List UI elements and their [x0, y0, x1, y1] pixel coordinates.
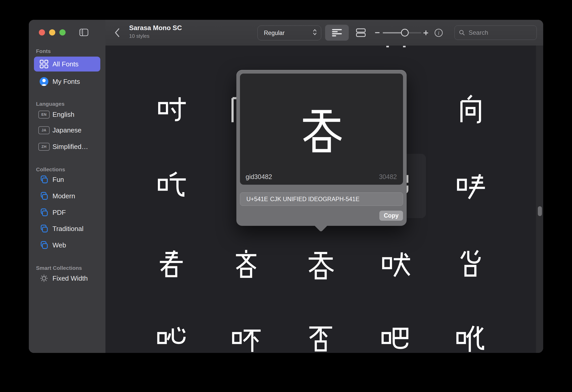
svg-text:i: i	[438, 30, 440, 36]
grid-icon	[39, 60, 49, 68]
sidebar-item-modern[interactable]: Modern	[34, 189, 100, 203]
sidebar-section-header: Fonts	[36, 48, 100, 54]
sidebar-item-label: My Fonts	[52, 78, 80, 86]
sidebar-item-web[interactable]: Web	[34, 238, 100, 253]
style-selector-value: Regular	[264, 30, 313, 37]
sidebar-item-label: Simplified…	[52, 143, 88, 151]
minimize-button[interactable]	[49, 29, 55, 35]
sidebar-item-label: Fixed Width	[52, 274, 88, 282]
language-badge: JA	[39, 126, 49, 134]
scrollbar-thumb[interactable]	[538, 206, 542, 216]
unicode-row: U+541E CJK UNIFIED IDEOGRAPH-541E	[240, 192, 403, 206]
glyph-542a	[455, 324, 486, 353]
glyph-preview-panel: gid30482 30482	[240, 74, 403, 185]
glyph-cell[interactable]	[290, 307, 351, 353]
sidebar-item-label: Japanese	[52, 126, 82, 134]
glyph-cell[interactable]	[440, 154, 501, 218]
glyph-preview	[298, 105, 345, 153]
glyph-5423	[156, 324, 187, 353]
sidebar-item-english[interactable]: ENEnglish	[34, 107, 100, 122]
size-decrease-button[interactable]	[375, 32, 380, 33]
glyph-fragment	[403, 46, 406, 47]
sidebar-item-label: English	[52, 111, 74, 119]
glyph-cell[interactable]	[365, 307, 426, 353]
sidebar-section-header: Collections	[36, 166, 100, 173]
glyph-cell[interactable]	[440, 77, 501, 142]
font-book-window: FontsAll FontsMy FontsLanguagesENEnglish…	[29, 20, 543, 353]
sidebar-section-header: Languages	[36, 101, 100, 107]
sidebar-item-pdf[interactable]: PDF	[34, 205, 100, 220]
sidebar-item-all-fonts[interactable]: All Fonts	[34, 57, 100, 72]
popover-tail	[313, 216, 329, 232]
collection-icon	[39, 192, 49, 200]
glyph-cell[interactable]	[141, 307, 202, 353]
sidebar-item-label: Web	[52, 241, 66, 249]
glyph-5425	[231, 324, 262, 353]
glyph-5422	[455, 249, 486, 280]
glyph-cell[interactable]	[365, 232, 426, 297]
language-badge: EN	[39, 111, 49, 119]
glyph-cell[interactable]	[141, 232, 202, 297]
glyph-gid-label: gid30482	[246, 173, 272, 181]
search-placeholder: Search	[469, 29, 488, 36]
glyph-5427	[380, 324, 411, 353]
codepoint-label: U+541E	[246, 196, 270, 203]
toolbar: Sarasa Mono SC 10 styles Regular i Searc…	[105, 20, 543, 46]
sidebar-item-label: Fun	[52, 176, 64, 184]
glyph-5420	[380, 249, 411, 280]
sidebar-item-label: Modern	[52, 192, 75, 200]
glyph-5426	[305, 324, 336, 353]
glyph-540b	[156, 94, 187, 125]
sidebar-item-label: All Fonts	[52, 60, 78, 68]
glyph-541a	[455, 171, 486, 201]
sidebar-item-fixed-width[interactable]: Fixed Width	[34, 271, 100, 286]
glyph-5411	[455, 94, 486, 125]
glyph-cell[interactable]	[216, 307, 276, 353]
collection-icon	[39, 208, 49, 217]
sidebar-item-simplified[interactable]: ZHSimplified…	[34, 139, 100, 154]
person-icon	[39, 77, 49, 86]
collection-icon	[39, 224, 49, 233]
glyph-541e	[305, 249, 336, 280]
close-button[interactable]	[39, 29, 45, 35]
view-list-button[interactable]	[325, 25, 349, 41]
sidebar-item-label: PDF	[52, 209, 66, 217]
sidebar-item-japanese[interactable]: JAJapanese	[34, 123, 100, 138]
glyph-cell[interactable]	[290, 232, 351, 297]
glyph-cell[interactable]	[440, 307, 501, 353]
sidebar-item-my-fonts[interactable]: My Fonts	[34, 74, 100, 89]
copy-button[interactable]: Copy	[379, 211, 403, 221]
sidebar-item-fun[interactable]: Fun	[34, 172, 100, 187]
size-increase-button[interactable]	[423, 30, 428, 35]
back-button[interactable]	[114, 28, 120, 39]
view-rows-button[interactable]	[350, 25, 372, 41]
style-selector[interactable]: Regular	[257, 25, 321, 40]
style-count: 10 styles	[129, 33, 149, 39]
size-slider-knob[interactable]	[401, 29, 409, 37]
stacked-rows-icon	[356, 28, 366, 37]
sidebar-section-header: Smart Collections	[36, 265, 100, 271]
sidebar-item-traditional[interactable]: Traditional	[34, 221, 100, 236]
glyph-gid-value: 30482	[379, 173, 397, 181]
gear-icon	[39, 274, 49, 283]
search-icon	[459, 30, 465, 36]
sidebar-item-label: Traditional	[52, 225, 83, 233]
glyph-repertoire: gid30482 30482 U+541E CJK UNIFIED IDEOGR…	[105, 46, 543, 353]
glyph-cell[interactable]	[141, 77, 202, 142]
zoom-button[interactable]	[59, 29, 66, 35]
sidebar: FontsAll FontsMy FontsLanguagesENEnglish…	[29, 20, 106, 353]
glyph-cell[interactable]	[216, 232, 276, 297]
glyph-541b	[156, 249, 187, 280]
glyph-cell[interactable]	[440, 232, 501, 297]
chevron-up-down-icon	[313, 29, 317, 37]
collection-icon	[39, 175, 49, 184]
glyph-fragment	[386, 46, 389, 47]
list-lines-icon	[332, 29, 342, 37]
info-button[interactable]: i	[434, 29, 443, 38]
collection-icon	[39, 241, 49, 250]
glyph-cell[interactable]	[141, 154, 202, 218]
page-title: Sarasa Mono SC	[129, 24, 182, 32]
toggle-sidebar-icon[interactable]	[79, 28, 88, 37]
search-field[interactable]: Search	[454, 25, 537, 40]
unicode-name-label: CJK UNIFIED IDEOGRAPH-541E	[270, 196, 360, 203]
